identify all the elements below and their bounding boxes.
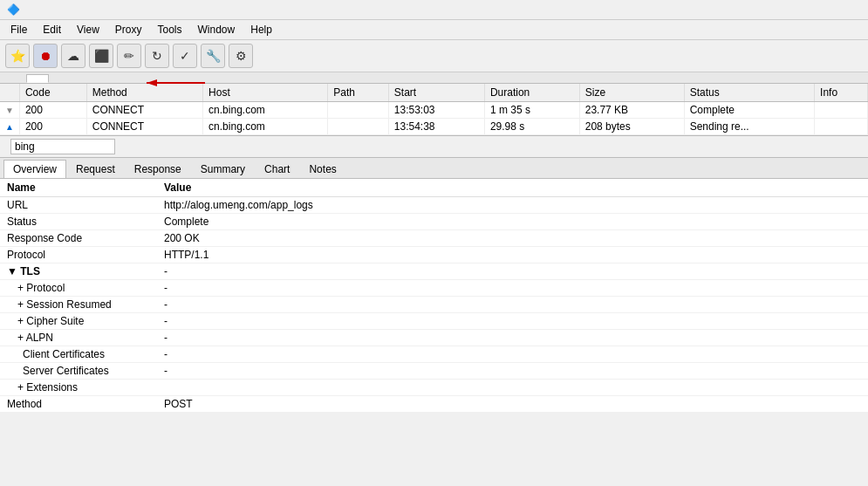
expand-icon[interactable]: + [17,332,26,344]
menu-item-file[interactable]: File [3,22,34,38]
detail-row: + ALPN- [0,330,868,346]
menu-item-tools[interactable]: Tools [151,22,189,38]
app-icon: 🔷 [7,3,20,16]
stop-button[interactable]: ⬛ [89,44,113,68]
detail-value-cell: - [157,297,868,313]
detail-row: + Protocol- [0,280,868,297]
col-status[interactable]: Status [684,84,814,102]
detail-value-cell: HTTP/1.1 [157,247,868,264]
expand-icon[interactable]: + [17,282,26,294]
expand-icon[interactable]: + [17,381,26,394]
detail-table: Name Value URLhttp://alog.umeng.com/app_… [0,179,868,413]
col-code[interactable]: Code [19,84,86,102]
star-button[interactable]: ⭐ [5,44,30,68]
bottom-tab-request[interactable]: Request [66,160,125,178]
expand-icon[interactable]: + [17,315,26,327]
bottom-tab-bar: OverviewRequestResponseSummaryChartNotes [0,158,868,179]
col-info[interactable]: Info [815,84,868,102]
detail-value-cell: - [157,330,868,346]
col-size[interactable]: Size [579,84,684,102]
menu-bar: FileEditViewProxyToolsWindowHelp [0,20,868,40]
check-button[interactable]: ✓ [173,44,197,68]
top-tab-bar [0,72,868,84]
bottom-panel: OverviewRequestResponseSummaryChartNotes… [0,158,868,413]
row-duration: 29.98 s [484,119,579,135]
record-button[interactable]: ⏺ [33,44,58,68]
detail-row: + Extensions [0,380,868,396]
row-path [328,119,388,135]
tab-sequence[interactable] [26,74,49,83]
bottom-tab-summary[interactable]: Summary [191,160,255,178]
detail-value-cell: - [157,280,868,297]
row-start: 13:53:03 [388,102,484,119]
row-direction-icon: ▼ [0,102,19,119]
row-path [328,102,388,119]
col-host[interactable]: Host [203,84,328,102]
detail-row: ProtocolHTTP/1.1 [0,247,868,264]
table-row[interactable]: ▼ 200 CONNECT cn.bing.com 13:53:03 1 m 3… [0,102,868,119]
detail-row: Client Certificates- [0,346,868,363]
detail-row: + Cipher Suite- [0,313,868,330]
detail-value-cell: http://alog.umeng.com/app_logs [157,197,868,214]
collapse-icon[interactable]: ▼ [7,265,20,277]
row-duration: 1 m 35 s [484,102,579,119]
title-bar: 🔷 [0,0,868,20]
row-host: cn.bing.com [203,102,328,119]
detail-name-cell: + Protocol [0,280,157,297]
detail-name-cell: + ALPN [0,330,157,346]
bottom-tab-response[interactable]: Response [125,160,191,178]
col-method[interactable]: Method [86,84,202,102]
bottom-tab-notes[interactable]: Notes [299,160,345,178]
gear-button[interactable]: ⚙ [229,44,253,68]
col-icon [0,84,19,102]
table-row[interactable]: ▲ 200 CONNECT cn.bing.com 13:54:38 29.98… [0,119,868,135]
detail-row: StatusComplete [0,214,868,230]
row-code: 200 [19,102,86,119]
detail-name-cell: Response Code [0,230,157,247]
wrench-button[interactable]: 🔧 [201,44,225,68]
menu-item-help[interactable]: Help [243,22,279,38]
detail-row: ▼ TLS- [0,264,868,280]
bottom-tab-chart[interactable]: Chart [255,160,299,178]
detail-value-cell [157,380,868,396]
detail-name-cell: + Cipher Suite [0,313,157,330]
col-start[interactable]: Start [388,84,484,102]
detail-name-cell: ▼ TLS [0,264,157,280]
detail-area[interactable]: Name Value URLhttp://alog.umeng.com/app_… [0,179,868,413]
menu-item-view[interactable]: View [70,22,106,38]
detail-name-cell: Method [0,396,157,413]
pen-button[interactable]: ✏ [117,44,141,68]
detail-row: MethodPOST [0,396,868,413]
tab-structure[interactable] [3,75,26,83]
col-duration[interactable]: Duration [484,84,579,102]
row-info [815,102,868,119]
row-size: 208 bytes [579,119,684,135]
row-start: 13:54:38 [388,119,484,135]
detail-value-cell: Complete [157,214,868,230]
filter-input[interactable] [10,139,115,154]
refresh-button[interactable]: ↻ [145,44,169,68]
toolbar: ⭐⏺☁⬛✏↻✓🔧⚙ [0,40,868,72]
menu-item-proxy[interactable]: Proxy [108,22,149,38]
row-info [815,119,868,135]
row-method: CONNECT [86,102,202,119]
detail-col-name: Name [0,179,157,197]
detail-value-cell: - [157,346,868,363]
row-direction-icon: ▲ [0,119,19,135]
menu-item-window[interactable]: Window [191,22,243,38]
row-status: Sending re... [684,119,814,135]
detail-row: Server Certificates- [0,363,868,380]
row-method: CONNECT [86,119,202,135]
request-table: Code Method Host Path Start Duration Siz… [0,84,868,135]
expand-icon[interactable]: + [17,298,26,311]
menu-item-edit[interactable]: Edit [36,22,68,38]
detail-name-cell: Protocol [0,247,157,264]
detail-name-cell: Server Certificates [0,363,157,380]
detail-col-value: Value [157,179,868,197]
detail-name-cell: URL [0,197,157,214]
detail-value-cell: - [157,313,868,330]
detail-value-cell: 200 OK [157,230,868,247]
cloud-button[interactable]: ☁ [61,44,85,68]
bottom-tab-overview[interactable]: Overview [3,160,66,178]
col-path[interactable]: Path [328,84,388,102]
